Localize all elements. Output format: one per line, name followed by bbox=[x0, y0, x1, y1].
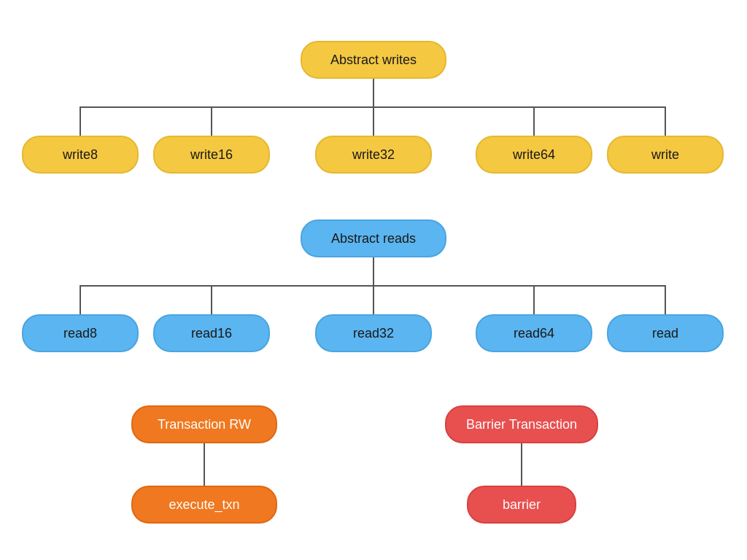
node-abstract_writes: Abstract writes bbox=[301, 41, 446, 79]
connector-abstract_reads-read8 bbox=[80, 257, 374, 314]
node-abstract_reads: Abstract reads bbox=[301, 219, 446, 257]
connector-abstract_writes-write8 bbox=[80, 79, 374, 136]
node-write: write bbox=[607, 136, 724, 174]
connector-abstract_writes-write bbox=[374, 79, 665, 136]
node-write16: write16 bbox=[153, 136, 270, 174]
node-read16: read16 bbox=[153, 314, 270, 352]
connector-abstract_writes-write64 bbox=[374, 79, 534, 136]
node-transaction_rw: Transaction RW bbox=[131, 405, 277, 443]
node-write32: write32 bbox=[315, 136, 432, 174]
connector-abstract_reads-read64 bbox=[374, 257, 534, 314]
node-read64: read64 bbox=[476, 314, 592, 352]
node-read: read bbox=[607, 314, 724, 352]
connector-abstract_writes-write16 bbox=[212, 79, 374, 136]
node-execute_txn: execute_txn bbox=[131, 486, 277, 524]
connectors-svg bbox=[0, 0, 747, 560]
connector-abstract_reads-read bbox=[374, 257, 665, 314]
node-write64: write64 bbox=[476, 136, 592, 174]
connector-abstract_reads-read16 bbox=[212, 257, 374, 314]
node-barrier: barrier bbox=[467, 486, 576, 524]
diagram: Abstract writeswrite8write16write32write… bbox=[0, 0, 747, 560]
node-read32: read32 bbox=[315, 314, 432, 352]
node-barrier_transaction: Barrier Transaction bbox=[445, 405, 598, 443]
node-write8: write8 bbox=[22, 136, 139, 174]
node-read8: read8 bbox=[22, 314, 139, 352]
